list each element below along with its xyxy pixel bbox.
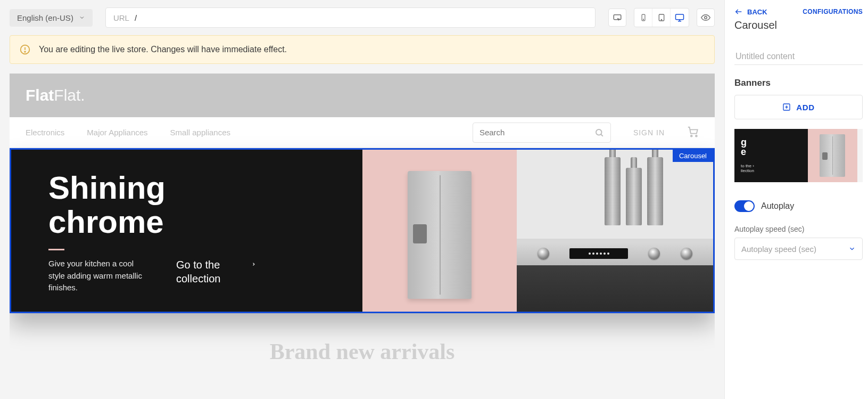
plus-box-icon: [782, 103, 791, 111]
store-header: FlatFlat.: [10, 74, 715, 117]
arrow-left-icon: [734, 7, 743, 16]
editor-pane: English (en-US) URL: [0, 0, 724, 399]
language-label: English (en-US): [17, 13, 73, 22]
back-button[interactable]: BACK: [734, 7, 767, 16]
url-input[interactable]: [135, 13, 588, 22]
search-icon: [594, 128, 604, 137]
eye-icon: [701, 13, 710, 22]
preview-button[interactable]: [697, 9, 715, 27]
topbar-actions: [608, 8, 715, 27]
cart-button[interactable]: [687, 126, 699, 139]
svg-point-12: [691, 135, 692, 137]
carousel-cta[interactable]: Go to the collection: [176, 258, 256, 286]
logo-bold: Flat: [26, 86, 54, 104]
mobile-icon: [640, 13, 647, 22]
carousel-block[interactable]: Carousel Shining chrome Give your kitche…: [10, 148, 715, 313]
new-arrivals-heading: Brand new arrivals: [10, 339, 715, 364]
decorative-rule: [48, 249, 64, 250]
carousel-tag: Carousel: [673, 150, 713, 162]
autoplay-speed-label: Autoplay speed (sec): [734, 225, 863, 233]
svg-point-4: [661, 19, 662, 20]
store-nav: Electronics Major Appliances Small appli…: [10, 117, 715, 148]
editor-topbar: English (en-US) URL: [0, 0, 724, 35]
device-desktop[interactable]: [671, 9, 689, 27]
svg-line-11: [601, 134, 603, 136]
banner-thumbnail[interactable]: g e to the › llection: [734, 129, 863, 182]
store-preview: FlatFlat. Electronics Major Appliances S…: [10, 74, 715, 389]
fridge-thumbnail: [820, 134, 845, 177]
url-field[interactable]: URL: [105, 7, 596, 28]
chevron-down-icon: [79, 14, 85, 21]
warning-icon: [20, 44, 30, 55]
select-element-button[interactable]: [608, 9, 626, 27]
live-edit-alert: You are editing the live store. Changes …: [10, 35, 715, 64]
carousel-text-panel: Shining chrome Give your kitchen a cool …: [11, 150, 362, 312]
svg-point-10: [596, 129, 602, 135]
url-label: URL: [113, 13, 129, 22]
logo-light: Flat.: [54, 86, 85, 104]
config-sidebar: BACK CONFIGURATIONS Carousel Banners ADD…: [724, 0, 868, 399]
svg-point-6: [705, 17, 707, 19]
svg-rect-5: [676, 14, 684, 20]
device-toggle-group: [634, 8, 689, 27]
desktop-icon: [675, 13, 684, 22]
svg-point-13: [696, 135, 697, 137]
tablet-icon: [657, 13, 666, 22]
nav-electronics[interactable]: Electronics: [26, 128, 64, 137]
cart-icon: [687, 126, 699, 137]
carousel-image-fridge: [362, 150, 517, 312]
chevron-right-icon: [251, 261, 256, 267]
carousel-subtitle: Give your kitchen a cool style adding wa…: [48, 258, 144, 294]
autoplay-label: Autoplay: [761, 201, 794, 211]
cursor-icon: [613, 13, 622, 22]
autoplay-speed-select[interactable]: Autoplay speed (sec): [734, 238, 863, 260]
fridge-illustration: [408, 171, 472, 299]
autoplay-toggle[interactable]: [734, 200, 755, 212]
banners-heading: Banners: [734, 78, 863, 88]
svg-point-2: [643, 19, 643, 20]
alert-message: You are editing the live store. Changes …: [39, 45, 287, 54]
nav-major-appliances[interactable]: Major Appliances: [87, 128, 147, 137]
autoplay-row: Autoplay: [734, 200, 863, 212]
language-select[interactable]: English (en-US): [10, 9, 93, 27]
device-mobile[interactable]: [634, 9, 652, 27]
thumbnail-image: [808, 129, 857, 182]
add-banner-button[interactable]: ADD: [734, 95, 863, 119]
store-search[interactable]: [473, 123, 611, 143]
nav-small-appliances[interactable]: Small appliances: [170, 128, 230, 137]
oven-illustration: [517, 239, 713, 312]
chevron-down-icon: [848, 245, 856, 253]
store-logo[interactable]: FlatFlat.: [26, 86, 85, 104]
carousel-wrapper: Carousel Shining chrome Give your kitche…: [10, 148, 715, 313]
search-input[interactable]: [480, 128, 590, 137]
content-name-input[interactable]: [734, 48, 863, 65]
carousel-image-kitchen: [517, 150, 713, 312]
signin-link[interactable]: SIGN IN: [633, 128, 665, 137]
device-tablet[interactable]: [652, 9, 671, 27]
thumbnail-text: g e to the › llection: [734, 129, 808, 182]
carousel-title: Shining chrome: [48, 171, 336, 239]
configurations-link[interactable]: CONFIGURATIONS: [803, 8, 863, 15]
sidebar-title: Carousel: [734, 19, 863, 31]
sidebar-top: BACK CONFIGURATIONS: [734, 7, 863, 16]
svg-point-9: [24, 51, 26, 52]
bottles-illustration: [605, 157, 663, 225]
thumbnail-overflow: [857, 129, 863, 182]
